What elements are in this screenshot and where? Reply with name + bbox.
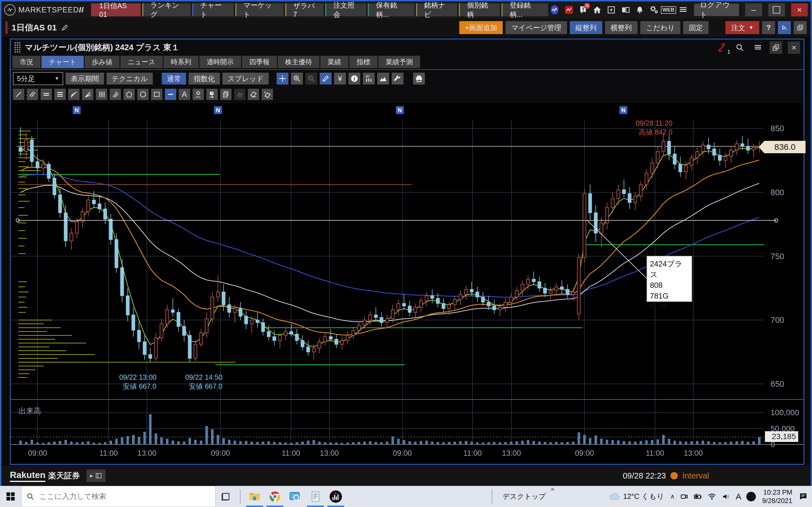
indexed-mode-button[interactable]: 指数化 — [189, 73, 220, 84]
tab-shihyo[interactable]: 指標 — [349, 56, 377, 68]
tool-multi-hlines-icon[interactable] — [54, 89, 66, 100]
tab-news[interactable]: ニュース — [120, 56, 163, 68]
magnifier-app-icon[interactable] — [285, 486, 305, 507]
zoom-in-icon[interactable] — [291, 73, 303, 84]
print-icon[interactable] — [413, 73, 425, 84]
tool-text-icon[interactable]: A — [179, 89, 190, 100]
home-icon[interactable] — [592, 4, 602, 15]
quick-link-button[interactable] — [778, 21, 791, 34]
technical-button[interactable]: テクニカル — [107, 73, 153, 84]
menu-tab-individual-stock[interactable]: 個別銘柄 — [459, 3, 500, 16]
maximize-button[interactable] — [768, 3, 785, 16]
tool-pentagon-icon[interactable] — [123, 89, 135, 100]
tool-vlines-icon[interactable] — [96, 89, 107, 100]
drag-handle[interactable] — [14, 42, 21, 54]
news-marker-2[interactable]: N — [214, 106, 222, 114]
tool-fan-lines-icon[interactable] — [82, 89, 93, 100]
tool-parallel-lines-icon[interactable] — [27, 89, 38, 100]
task-view-button[interactable] — [216, 486, 236, 507]
tool-copy-icon[interactable] — [220, 89, 232, 100]
camera-tray-icon[interactable] — [680, 492, 688, 501]
settings-wrench-icon[interactable] — [392, 73, 403, 84]
menu-hamburger-icon[interactable] — [678, 4, 688, 15]
desktop-toolbar[interactable]: デスクトップ » — [502, 492, 546, 501]
notepad-icon[interactable] — [305, 486, 326, 507]
tool-cycle-lines-icon[interactable] — [206, 89, 218, 100]
help-button[interactable]: ? — [762, 21, 775, 34]
crosshair-icon[interactable] — [276, 73, 289, 84]
tab-chart[interactable]: チャート — [42, 56, 84, 68]
logout-button[interactable]: ログアウト — [694, 4, 739, 16]
bell-icon[interactable] — [635, 4, 645, 15]
vertical-align-button[interactable]: 縦整列 — [570, 21, 602, 34]
tab-shikyo[interactable]: 市況 — [12, 56, 41, 68]
menu-tab-market[interactable]: マーケット — [235, 3, 284, 16]
add-screen-button[interactable]: +画面追加 — [459, 21, 503, 34]
tab-forecast[interactable]: 業績予測 — [378, 56, 420, 68]
taskbar-search[interactable] — [21, 486, 216, 507]
yen-display-icon[interactable]: ¥ — [334, 73, 346, 84]
close-button[interactable]: × — [791, 3, 808, 16]
spread-mode-button[interactable]: スプレッド — [222, 73, 269, 84]
toolbar-chevron[interactable]: » — [551, 486, 554, 493]
hidden-icons-chevron[interactable]: ∧ — [670, 493, 675, 500]
area-chart-icon[interactable] — [377, 73, 389, 84]
menu-tab-order-inquiry[interactable]: 注文照会 — [325, 3, 366, 16]
settings-gears-icon[interactable] — [649, 4, 659, 15]
tool-hand-icon[interactable] — [234, 89, 245, 100]
taskbar-clock[interactable]: 10:23 PM9/28/2021 — [762, 488, 792, 505]
order-button[interactable]: 注文▼ — [725, 21, 759, 34]
tool-eraser-all-icon[interactable]: A — [262, 89, 273, 100]
search-icon[interactable] — [733, 41, 746, 54]
tool-eraser-icon[interactable] — [248, 89, 259, 100]
web-link-icon[interactable]: WEB — [663, 4, 674, 15]
start-button[interactable] — [0, 486, 21, 507]
tab-yutai[interactable]: 株主優待 — [278, 56, 319, 68]
popout-window-icon[interactable] — [770, 41, 782, 54]
ime-mode-icon[interactable] — [746, 492, 756, 501]
tab-disclosure[interactable]: 適時開示 — [199, 56, 241, 68]
wifi-tray-icon[interactable] — [707, 492, 716, 501]
window-close-icon[interactable]: × — [788, 41, 800, 54]
side-panel-toggle[interactable]: ▸ — [87, 469, 105, 482]
battery-tray-icon[interactable] — [693, 492, 702, 501]
tool-pitchfork-icon[interactable] — [110, 89, 121, 100]
kodawari-button[interactable]: こだわり — [640, 21, 680, 34]
tab-ayumine[interactable]: 歩み値 — [85, 56, 120, 68]
chart-blue-icon[interactable] — [550, 4, 560, 15]
tab-shikiho[interactable]: 四季報 — [242, 56, 277, 68]
news-marker-3[interactable]: N — [396, 106, 404, 114]
normal-mode-button[interactable]: 通常 — [162, 73, 186, 84]
menu-tab-registered-stocks[interactable]: 登録銘柄... — [501, 3, 548, 16]
menu-tab-ranking[interactable]: ランキング — [142, 3, 191, 16]
my-chart-icon[interactable]: MY — [363, 73, 375, 84]
display-icon[interactable] — [620, 4, 630, 15]
tab-gyoseki[interactable]: 業績 — [320, 56, 349, 68]
file-explorer-icon[interactable] — [245, 486, 265, 507]
window-titlebar[interactable]: マルチツール(個別銘柄) 2424 プラス 東１ 1 × — [11, 40, 804, 56]
menu-tab-stock-navi[interactable]: 銘柄ナビ — [416, 3, 457, 16]
ime-mode-letter[interactable]: A — [735, 492, 741, 501]
chrome-icon[interactable] — [265, 486, 285, 507]
zoom-out-icon[interactable] — [305, 73, 317, 84]
info-icon[interactable] — [349, 73, 360, 84]
tool-icon-stamp-icon[interactable]: icon — [193, 89, 204, 100]
menu-tab-zaraba[interactable]: ザラバ7 — [285, 3, 324, 16]
chart-red-icon[interactable] — [564, 4, 574, 15]
tab-timeseries[interactable]: 時系列 — [163, 56, 199, 68]
window-menu-icon[interactable] — [752, 41, 764, 54]
volume-tray-icon[interactable] — [721, 492, 730, 501]
menu-tab-chart[interactable]: チャート — [192, 3, 234, 16]
tool-two-hlines-icon[interactable] — [41, 89, 52, 100]
display-period-button[interactable]: 表示期間 — [66, 73, 104, 84]
edit-pencil-icon[interactable] — [61, 24, 68, 31]
action-center-icon[interactable] — [799, 492, 808, 501]
news-marker-4[interactable]: N — [619, 106, 627, 114]
minimize-button[interactable]: – — [745, 3, 762, 16]
menu-tab-workspace[interactable]: 1日信AS 01 — [91, 3, 141, 16]
mypage-manage-button[interactable]: マイページ管理 — [506, 21, 567, 34]
weather-widget[interactable]: 12°C くもり — [609, 491, 664, 502]
tool-trendline-icon[interactable] — [13, 89, 24, 100]
menu-tab-holdings[interactable]: 保有銘柄... — [368, 3, 414, 16]
marketspeed-app-icon[interactable]: R — [326, 486, 346, 507]
